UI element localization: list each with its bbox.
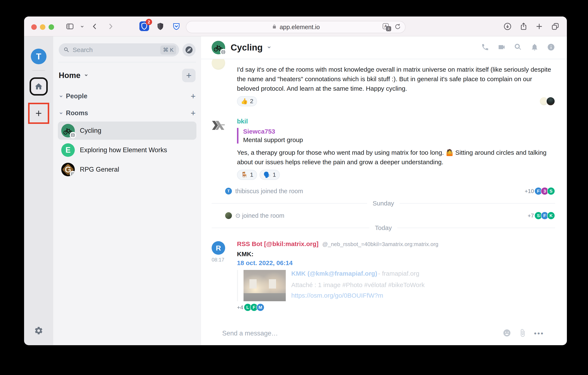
home-icon — [34, 82, 43, 91]
translate-icon[interactable]: A文 — [383, 23, 391, 31]
haskell-logo-avatar[interactable] — [212, 119, 225, 132]
emoji-picker-icon[interactable] — [503, 329, 511, 338]
space-chevron-icon[interactable] — [84, 72, 89, 79]
room-info-icon[interactable] — [547, 43, 555, 52]
read-receipt-avatar[interactable]: K — [547, 212, 555, 220]
sender-name[interactable]: bkil — [237, 118, 555, 125]
room-menu-chevron-icon[interactable] — [266, 44, 272, 51]
message-composer: Send a message… ••• — [212, 325, 555, 345]
adguard-extension-icon[interactable] — [156, 22, 165, 31]
reload-icon[interactable] — [394, 23, 401, 31]
back-button[interactable] — [90, 22, 100, 31]
share-button[interactable] — [519, 22, 528, 31]
tls-lock-icon — [272, 24, 277, 30]
notifications-bell-icon[interactable] — [531, 43, 539, 52]
more-receipts-count: +7 — [528, 212, 534, 219]
video-call-icon[interactable] — [498, 43, 506, 52]
read-receipt-avatar[interactable]: M — [256, 303, 264, 311]
sidebar-toggle-icon[interactable] — [65, 22, 75, 31]
new-tab-button[interactable] — [534, 22, 544, 31]
message-1-avatar[interactable] — [212, 59, 225, 70]
sender-matrix-id: @_neb_rssbot_=40bkil=3amatrix.org:matrix… — [322, 241, 439, 248]
section-rooms[interactable]: Rooms + — [59, 109, 196, 117]
pocket-extension-icon[interactable] — [171, 22, 181, 31]
date-divider-today: Today — [212, 223, 555, 232]
add-people-button[interactable]: + — [191, 92, 196, 100]
preview-url-link[interactable]: https://osm.org/go/0BOUIFfW?m — [291, 292, 425, 299]
search-shortcut-badge: ⌘ K — [160, 45, 176, 55]
rss-bot-avatar[interactable]: R — [212, 241, 225, 255]
downloads-button[interactable] — [503, 22, 512, 31]
reply-quote[interactable]: Siewca753 Mental support group — [237, 128, 555, 143]
bitwarden-extension-icon[interactable]: 2 — [139, 21, 149, 31]
message-2-text: Yes, a therapy group for those who went … — [237, 148, 555, 167]
add-button[interactable]: + — [182, 69, 196, 82]
compass-icon — [185, 46, 193, 54]
message-3-date-link[interactable]: 18 oct. 2022, 06:14 — [237, 259, 555, 266]
minimize-window-button[interactable] — [40, 24, 45, 30]
element-app: T + — [24, 36, 567, 345]
attachment-paperclip-icon[interactable] — [518, 329, 527, 338]
message-timeline[interactable]: I'd say it's one of the rooms with most … — [201, 59, 567, 345]
user-avatar[interactable]: T — [31, 49, 46, 64]
message-timestamp: 08:17 — [212, 257, 224, 263]
chat-panel: Cycling — [201, 36, 567, 345]
reply-sender-name[interactable]: Siewca753 — [243, 128, 555, 135]
preview-thumbnail-image[interactable] — [243, 270, 286, 301]
event-text: thibiscus joined the room — [235, 188, 303, 195]
voice-call-icon[interactable] — [481, 43, 489, 52]
explore-rooms-button[interactable] — [182, 43, 196, 56]
reaction-chair[interactable]: 🪑 1 — [237, 170, 257, 180]
search-input[interactable]: Search ⌘ K — [59, 43, 179, 56]
preview-body: KMK (@kmk@framapiaf.org) - framapiaf.org… — [291, 270, 425, 301]
room-list-panel: Search ⌘ K Home + — [53, 36, 201, 345]
room-item-rpg[interactable]: G RPG General — [58, 160, 196, 179]
rpg-room-avatar: G — [61, 163, 75, 176]
reaction-speaking-head[interactable]: 🗣️ 1 — [260, 170, 280, 180]
event-avatar[interactable]: T — [225, 188, 232, 195]
preview-description: Attaché : 1 image #Photo #vélotaf #bikeT… — [291, 281, 425, 288]
room-header: Cycling — [201, 36, 567, 59]
preview-title-link[interactable]: KMK (@kmk@framapiaf.org) — [291, 270, 377, 277]
url-text: app.element.io — [280, 24, 320, 31]
room-title[interactable]: Cycling — [231, 43, 263, 53]
section-people[interactable]: People + — [59, 92, 196, 100]
read-receipt-avatar[interactable] — [546, 97, 555, 106]
tab-overview-button[interactable] — [550, 22, 560, 31]
home-space-button[interactable] — [30, 77, 48, 96]
message-3: R 08:17 RSS Bot [@bkil:matrix.org] @_neb… — [212, 240, 555, 311]
membership-event-2: ⊙ joined the room +7 S F K — [212, 212, 555, 220]
room-item-cycling[interactable]: Cycling — [58, 121, 196, 140]
reaction-thumbsup[interactable]: 👍 2 — [237, 96, 257, 106]
message-1: I'd say it's one of the rooms with most … — [212, 65, 555, 106]
space-name-label[interactable]: Home — [59, 71, 81, 80]
sidebar-chevron-icon[interactable] — [77, 22, 87, 31]
url-preview-card: KMK (@kmk@framapiaf.org) - framapiaf.org… — [237, 270, 555, 301]
room-search-icon[interactable] — [514, 43, 522, 52]
sender-name[interactable]: RSS Bot [@bkil:matrix.org] — [237, 240, 318, 248]
forward-button[interactable] — [105, 22, 115, 31]
date-divider-sunday: Sunday — [212, 199, 555, 208]
add-room-button[interactable]: + — [191, 109, 196, 117]
message-3-line1: KMK: — [237, 251, 555, 258]
settings-gear-icon[interactable] — [34, 326, 43, 336]
more-options-icon[interactable]: ••• — [534, 329, 544, 338]
create-space-button[interactable]: + — [35, 108, 42, 119]
search-placeholder: Search — [73, 46, 160, 54]
room-header-avatar[interactable] — [212, 41, 225, 54]
address-bar[interactable]: app.element.io A文 — [186, 21, 406, 33]
room-list-divider — [58, 62, 196, 62]
public-room-globe-icon — [70, 171, 75, 176]
composer-input[interactable]: Send a message… — [222, 330, 503, 337]
event-avatar[interactable] — [225, 212, 232, 219]
search-icon — [63, 47, 70, 53]
read-receipts — [542, 97, 555, 106]
room-item-exploring[interactable]: E Exploring how Element Works — [58, 141, 196, 159]
event-text: ⊙ joined the room — [235, 212, 284, 219]
read-receipt-avatar[interactable]: S — [547, 187, 555, 195]
extension-badge: 2 — [146, 19, 152, 25]
safari-window: 2 app.e — [24, 16, 567, 345]
exploring-room-avatar: E — [61, 143, 75, 157]
zoom-window-button[interactable] — [49, 24, 54, 30]
close-window-button[interactable] — [31, 24, 37, 30]
